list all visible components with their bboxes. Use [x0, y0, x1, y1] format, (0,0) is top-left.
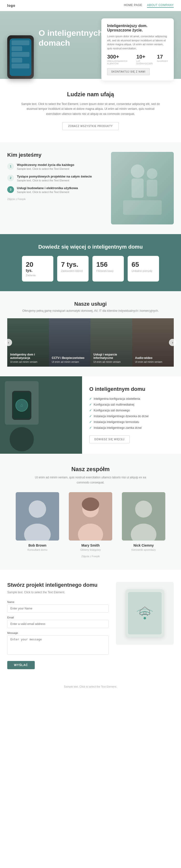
nav-about[interactable]: ABOUT COMPANY	[147, 3, 174, 8]
smart-more-button[interactable]: DOWIEDZ SIĘ WIĘCEJ	[89, 435, 130, 443]
service-card-3: Usługi i wsparcie informatyczne Ut enim …	[90, 318, 132, 367]
who-item-1: 1 Współczesny model życia dla każdego Sa…	[7, 163, 104, 170]
team-photo-nick	[122, 492, 165, 540]
form-email-input[interactable]	[7, 620, 109, 628]
team-member-2: Mary Smith Główny księgowy	[66, 492, 115, 551]
form-email-label: Email	[7, 616, 109, 619]
smart-title: O inteligentnym domu	[89, 386, 174, 392]
who-item-text-1: Sample text. Click to select the Text El…	[17, 167, 74, 170]
hero-phone-image	[7, 35, 34, 79]
smart-section: ⌂ O inteligentnym domu Inteligentna konf…	[0, 376, 181, 454]
stat-unit-1: tys.	[26, 269, 49, 273]
stat-card-4: 65 Unikalne pomysły	[128, 256, 159, 281]
svg-point-20	[135, 501, 152, 518]
stat-big-3: 156	[96, 261, 120, 269]
stat-label-2: Zadowoleni klienci	[61, 270, 85, 272]
who-item-title-3: Usługi budowlane i elektronika użytkowa	[17, 186, 78, 190]
hero-card-text: Lorem ipsum dolor sit amet, consectetur …	[107, 34, 168, 50]
svg-point-2	[147, 168, 157, 179]
service-info-2: CCTV i Bezpieczeństwo Ut enim ad minim v…	[49, 353, 91, 367]
who-item-title-2: Tysiące pomyślowych projektów na całym ś…	[17, 175, 92, 178]
form-name-input[interactable]	[7, 604, 109, 613]
form-name-label: Name	[7, 600, 109, 603]
team-title: Nasz zespółm	[7, 466, 174, 472]
who-title: Kim jesteśmy	[7, 152, 104, 158]
products-button[interactable]: ZOBACZ WSZYSTKIE PRODUKTY	[62, 122, 119, 130]
smart-home-image: ⌂	[0, 376, 82, 454]
carousel-next-button[interactable]: ›	[169, 339, 176, 346]
team-name-3: Nick Ciemny	[119, 544, 168, 547]
stat-label-3: Filiżanek kawy	[96, 270, 120, 272]
svg-point-0	[131, 164, 144, 178]
trust-text: Sample text. Click to select the Text El…	[21, 101, 160, 116]
service-info-4: Audio-wideo Ut enim ad minim veniam	[132, 353, 174, 367]
who-item-2: 2 Tysiące pomyślowych projektów na całym…	[7, 175, 104, 182]
service-card-1: Inteligentny dom i automatyzacja Ut enim…	[7, 318, 49, 367]
who-left: Kim jesteśmy 1 Współczesny model życia d…	[7, 152, 104, 200]
smart-list-item-4: Instalacja inteligentnego dzwonka do drz…	[89, 414, 174, 418]
service-info-1: Inteligentny dom i automatyzacja Ut enim…	[7, 349, 49, 367]
services-carousel: ‹ Inteligentny dom i automatyzacja Ut en…	[7, 318, 174, 367]
services-title: Nasze usługi	[7, 301, 174, 307]
trust-section: Ludzie nam ufają Sample text. Click to s…	[0, 79, 181, 142]
who-section: Kim jesteśmy 1 Współczesny model życia d…	[0, 142, 181, 234]
services-grid: Inteligentny dom i automatyzacja Ut enim…	[7, 318, 174, 367]
hero-stat-1: 300+ ZREALIZOWANYCH KLIENTÓW	[107, 54, 132, 65]
form-submit-button[interactable]: WYŚLAĆ	[7, 661, 35, 669]
team-role-1: Konsultant domu	[13, 548, 62, 551]
team-member-3: Nick Ciemny Kierownik sprzedaży	[119, 492, 168, 551]
svg-text:⌂: ⌂	[21, 403, 23, 407]
who-num-3: 3	[7, 186, 14, 193]
navbar: logo HOME PAGE ABOUT COMPANY	[0, 0, 181, 11]
form-message-label: Message	[7, 631, 109, 634]
team-role-2: Główny księgowy	[66, 548, 115, 551]
contact-button[interactable]: SKONTAKTUJ SIĘ Z NAMI	[107, 68, 150, 75]
service-card-4: Audio-wideo Ut enim ad minim veniam	[132, 318, 174, 367]
carousel-prev-button[interactable]: ‹	[5, 339, 12, 346]
form-section: Stwórz projekt inteligentnego domu Sampl…	[0, 570, 181, 681]
svg-marker-23	[140, 607, 150, 615]
svg-rect-4	[123, 200, 162, 215]
team-grid: Bob Brown Konsultant domu Mary Smith Głó…	[7, 492, 174, 551]
svg-point-18	[82, 497, 99, 511]
form-name-group: Name	[7, 600, 109, 613]
team-subtitle: Ut enim ad minim veniam, quis nostrud ex…	[30, 475, 151, 485]
form-email-group: Email	[7, 616, 109, 628]
hero-stat-3: 17 NAGRODY	[157, 54, 168, 65]
service-info-3: Usługi i wsparcie informatyczne Ut enim …	[90, 349, 132, 367]
nav-links: HOME PAGE ABOUT COMPANY	[124, 3, 174, 8]
svg-rect-3	[147, 180, 157, 197]
form-right	[116, 582, 174, 645]
stats-title: Dowiedz się więcej o inteligentnym domu	[7, 244, 174, 250]
stat-label-1: Zadania	[26, 274, 49, 277]
team-name-2: Mary Smith	[66, 544, 115, 547]
smart-list-item-5: Instalacja inteligentnego termostatu	[89, 420, 174, 424]
stat-card-1: 20 tys. Zadania	[22, 256, 53, 281]
stat-big-4: 65	[132, 261, 155, 269]
who-item-text-2: Sample text. Click to select the Text El…	[17, 179, 92, 182]
svg-point-13	[29, 500, 46, 518]
smart-list-item-2: Konfiguracja sali multimedialnej	[89, 403, 174, 406]
form-message-textarea[interactable]	[7, 636, 109, 655]
nav-home[interactable]: HOME PAGE	[124, 3, 142, 8]
tablet-shape	[125, 589, 164, 638]
services-section: Nasze usługi Oferujemy pełną gamę rozwią…	[0, 291, 181, 376]
form-message-group: Message	[7, 631, 109, 656]
team-photo-bob	[16, 492, 59, 540]
trust-title: Ludzie nam ufają	[7, 91, 174, 98]
service-card-2: CCTV i Bezpieczeństwo Ut enim ad minim v…	[49, 318, 91, 367]
services-subtitle: Oferujemy pełną gamę rozwiązań automatyk…	[7, 309, 174, 312]
hero-stats: 300+ ZREALIZOWANYCH KLIENTÓW 10+ LAT DOŚ…	[107, 54, 168, 65]
tablet-inner	[128, 592, 162, 634]
who-image	[111, 152, 174, 224]
who-item-3: 3 Usługi budowlane i elektronika użytkow…	[7, 186, 104, 193]
form-title: Stwórz projekt inteligentnego domu	[7, 582, 109, 588]
who-freepik: Zdjęcie z Freepik	[7, 198, 104, 200]
stats-section: Dowiedz się więcej o inteligentnym domu …	[0, 234, 181, 291]
team-section: Nasz zespółm Ut enim ad minim veniam, qu…	[0, 454, 181, 570]
who-num-1: 1	[7, 163, 14, 170]
stat-big-2: 7 tys.	[61, 261, 85, 269]
team-name-1: Bob Brown	[13, 544, 62, 547]
team-photo-mary	[69, 492, 112, 540]
stat-card-2: 7 tys. Zadowoleni klienci	[57, 256, 88, 281]
